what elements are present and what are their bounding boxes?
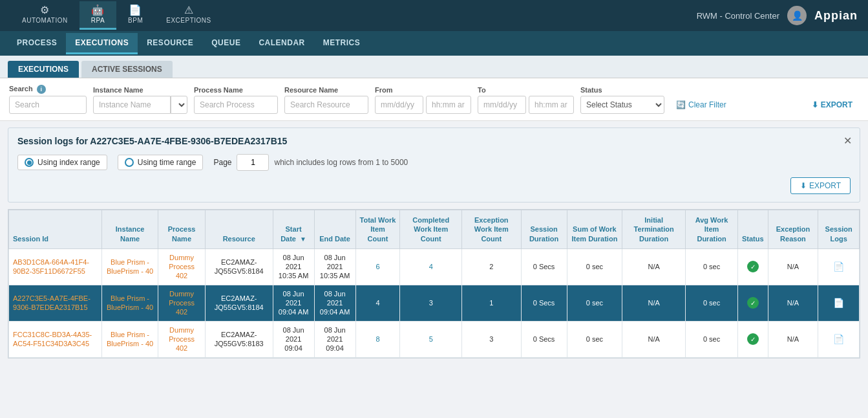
table-cell: 0 sec xyxy=(686,248,738,285)
app-title[interactable]: RWM - Control Center xyxy=(697,11,779,21)
col-instance-name: Instance Name xyxy=(101,210,158,249)
col-end-date: End Date xyxy=(314,210,355,249)
col-session-id: Session Id xyxy=(9,210,102,249)
col-start-date[interactable]: Start Date ▼ xyxy=(273,210,314,249)
table-cell: 08 Jun 2021 09:04 xyxy=(273,321,314,357)
nav-item-exceptions[interactable]: ⚠ EXCEPTIONS xyxy=(154,1,222,30)
table-cell: A227C3E5-AA7E-4FBE-9306-B7EDEA2317B15 xyxy=(9,285,102,321)
col-resource: Resource xyxy=(205,210,273,249)
sec-nav-executions[interactable]: EXECUTIONS xyxy=(66,33,138,54)
sec-nav-calendar[interactable]: CALENDAR xyxy=(249,33,313,54)
col-process-name: Process Name xyxy=(158,210,206,249)
table-cell[interactable]: 📄 xyxy=(818,321,860,357)
table-cell: EC2AMAZ-JQ55GV5:8184 xyxy=(205,248,273,285)
sort-icon: ▼ xyxy=(300,236,306,243)
page-input[interactable] xyxy=(237,154,269,171)
table-cell: N/A xyxy=(768,285,818,321)
nav-label-bpm: BPM xyxy=(128,17,143,24)
table-cell: Dummy Process 402 xyxy=(158,248,206,285)
search-label: Search xyxy=(9,85,33,93)
table-cell: 0 sec xyxy=(567,248,622,285)
time-range-label: Using time range xyxy=(138,158,196,167)
table-cell: N/A xyxy=(622,285,686,321)
rpa-icon: 🤖 xyxy=(91,5,105,16)
nav-item-rpa[interactable]: 🤖 RPA xyxy=(79,1,116,30)
process-name-input[interactable] xyxy=(194,96,278,114)
table-cell: ✓ xyxy=(737,248,768,285)
index-range-radio-group[interactable]: Using index range xyxy=(17,155,107,170)
search-input[interactable] xyxy=(9,96,87,114)
download-icon: ⬇ xyxy=(812,100,818,109)
top-nav-right: RWM - Control Center 👤 Appian xyxy=(697,6,858,25)
table-cell: 4 xyxy=(355,285,400,321)
table-cell: 08 Jun 2021 10:35 AM xyxy=(273,248,314,285)
tab-active-sessions[interactable]: ACTIVE SESSIONS xyxy=(81,61,173,78)
table-row[interactable]: AB3D1C8A-664A-41F4-90B2-35F11D6672F55Blu… xyxy=(9,248,860,285)
sec-nav-queue[interactable]: QUEUE xyxy=(202,33,249,54)
top-nav: ⚙ AUTOMATION 🤖 RPA 📄 BPM ⚠ EXCEPTIONS RW… xyxy=(0,0,868,31)
sec-nav-process[interactable]: PROCESS xyxy=(8,33,66,54)
close-session-logs-button[interactable]: ✕ xyxy=(843,135,852,147)
instance-name-label: Instance Name xyxy=(93,86,187,94)
table-cell: 8 xyxy=(355,321,400,357)
to-date-input[interactable] xyxy=(478,96,526,114)
table-cell: ✓ xyxy=(737,285,768,321)
col-exception-reason: Exception Reason xyxy=(768,210,818,249)
search-filter-group: Search i xyxy=(9,85,87,114)
table-cell: 0 sec xyxy=(567,285,622,321)
col-status: Status xyxy=(737,210,768,249)
resource-name-input[interactable] xyxy=(284,96,368,114)
export-button[interactable]: ⬇ EXPORT xyxy=(805,96,859,114)
tab-executions[interactable]: EXECUTIONS xyxy=(8,61,79,78)
instance-name-input[interactable] xyxy=(93,96,171,114)
table-cell: 3 xyxy=(462,321,521,357)
nav-item-bpm[interactable]: 📄 BPM xyxy=(116,1,154,30)
session-log-doc-icon[interactable]: 📄 xyxy=(833,261,844,272)
session-export-button[interactable]: ⬇ EXPORT xyxy=(790,177,851,194)
from-time-input[interactable] xyxy=(426,96,471,114)
table-cell: 1 xyxy=(462,285,521,321)
clear-filter-button[interactable]: 🔄 Clear Filter xyxy=(671,96,732,114)
table-cell: N/A xyxy=(622,321,686,357)
time-range-radio-group[interactable]: Using time range xyxy=(118,155,204,170)
filter-bar: Search i Instance Name ▼ Process Name Re… xyxy=(0,78,868,121)
time-range-radio[interactable] xyxy=(125,158,134,167)
table-cell: FCC31C8C-BD3A-4A35-AC54-F51C34D3A3C45 xyxy=(9,321,102,357)
col-completed-work-item-count: Completed Work Item Count xyxy=(400,210,462,249)
table-cell: 08 Jun 2021 10:35 AM xyxy=(314,248,355,285)
table-cell: EC2AMAZ-JQ55GV5:8183 xyxy=(205,321,273,357)
from-date-input[interactable] xyxy=(375,96,423,114)
table-body: AB3D1C8A-664A-41F4-90B2-35F11D6672F55Blu… xyxy=(9,248,860,357)
nav-label-rpa: RPA xyxy=(91,17,105,24)
table-cell: Dummy Process 402 xyxy=(158,321,206,357)
nav-item-automation[interactable]: ⚙ AUTOMATION xyxy=(10,1,79,30)
avatar[interactable]: 👤 xyxy=(787,6,807,25)
status-label: Status xyxy=(580,86,664,94)
table-cell: 5 xyxy=(400,321,462,357)
table-cell[interactable]: 📄 xyxy=(818,248,860,285)
table-cell: Dummy Process 402 xyxy=(158,285,206,321)
sec-nav-metrics[interactable]: METRICS xyxy=(314,33,370,54)
status-select[interactable]: Select Status xyxy=(580,96,664,114)
session-log-doc-icon[interactable]: 📄 xyxy=(833,334,844,344)
to-time-input[interactable] xyxy=(529,96,574,114)
session-log-doc-icon[interactable]: 📄 xyxy=(833,298,844,308)
table-cell: 0 sec xyxy=(686,285,738,321)
to-filter-group: To xyxy=(478,86,574,114)
instance-name-select[interactable]: ▼ xyxy=(171,96,187,114)
table-row[interactable]: FCC31C8C-BD3A-4A35-AC54-F51C34D3A3C45Blu… xyxy=(9,321,860,357)
search-info-icon[interactable]: i xyxy=(37,85,46,94)
status-filter-group: Status Select Status xyxy=(580,86,664,114)
status-check-icon: ✓ xyxy=(747,333,759,345)
sec-nav-resource[interactable]: RESOURCE xyxy=(138,33,202,54)
table-row[interactable]: A227C3E5-AA7E-4FBE-9306-B7EDEA2317B15Blu… xyxy=(9,285,860,321)
table-cell: 0 Secs xyxy=(521,285,567,321)
index-range-radio[interactable] xyxy=(25,158,34,167)
session-logs-controls: Using index range Using time range Page … xyxy=(17,154,851,171)
table-cell[interactable]: 📄 xyxy=(818,285,860,321)
col-initial-termination-duration: Initial Termination Duration xyxy=(622,210,686,249)
resource-name-filter-group: Resource Name xyxy=(284,86,368,114)
col-exception-work-item-count: Exception Work Item Count xyxy=(462,210,521,249)
tab-bar: EXECUTIONS ACTIVE SESSIONS xyxy=(0,56,868,78)
table-cell: 0 sec xyxy=(686,321,738,357)
